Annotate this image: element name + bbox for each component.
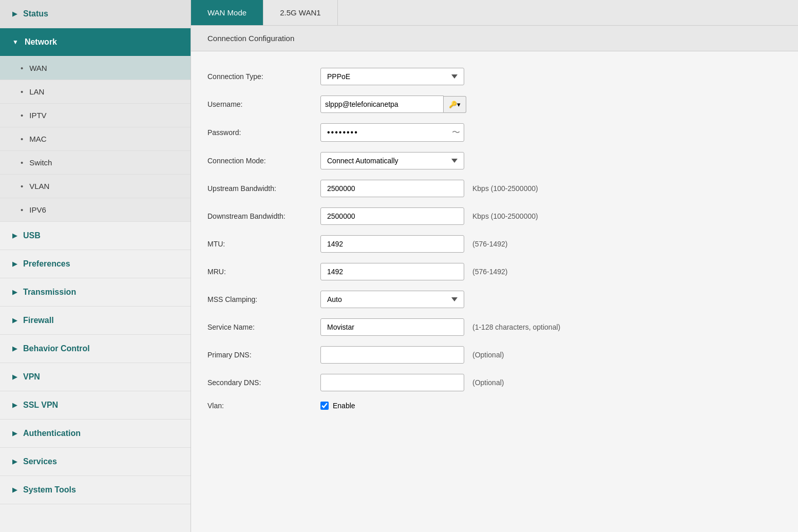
sidebar-item-firewall[interactable]: ▶ Firewall [0,307,191,335]
sidebar-sub-label: MAC [29,135,46,143]
secondary-dns-row: Secondary DNS: (Optional) [207,374,782,391]
tab-wan-mode[interactable]: WAN Mode [191,0,263,25]
mss-clamping-select[interactable]: Auto Manual [320,291,464,308]
upstream-bandwidth-control: 2500000 Kbps (100-2500000) [320,180,538,197]
sidebar-item-ipv6[interactable]: • IPV6 [0,198,191,222]
sidebar-item-label: Services [23,457,57,466]
primary-dns-row: Primary DNS: (Optional) [207,346,782,364]
upstream-bandwidth-input[interactable]: 2500000 [320,180,464,197]
sidebar-sub-label: Switch [29,158,52,167]
connection-type-label: Connection Type: [207,72,320,81]
bullet-icon: • [21,64,23,72]
mtu-label: MTU: [207,240,320,248]
chevron-right-icon: ▶ [12,458,17,465]
service-name-row: Service Name: Movistar (1-128 characters… [207,318,782,336]
chevron-right-icon: ▶ [12,345,17,352]
upstream-bandwidth-label: Upstream Bandwidth: [207,184,320,193]
connection-type-row: Connection Type: PPPoE DHCP Static IP L2… [207,68,782,85]
sidebar-item-label: Status [23,9,48,18]
sidebar-item-usb[interactable]: ▶ USB [0,222,191,250]
sidebar-item-vlan[interactable]: • VLAN [0,175,191,198]
sidebar-item-label: Preferences [23,259,70,269]
service-name-input[interactable]: Movistar [320,318,464,336]
sidebar-item-vpn[interactable]: ▶ VPN [0,363,191,391]
vlan-checkbox-label[interactable]: Enable [320,402,355,410]
tab-bar: WAN Mode 2.5G WAN1 [191,0,798,26]
mtu-control: 1492 (576-1492) [320,235,508,253]
password-wrapper: 〜 [320,123,464,142]
mtu-input[interactable]: 1492 [320,235,464,253]
connection-mode-label: Connection Mode: [207,157,320,165]
password-toggle-icon[interactable]: 〜 [452,127,460,138]
key-icon: 🔑▾ [449,101,461,108]
primary-dns-label: Primary DNS: [207,351,320,359]
chevron-right-icon: ▶ [12,10,17,17]
sidebar-item-status[interactable]: ▶ Status [0,0,191,28]
section-title: Connection Configuration [207,34,294,43]
tab-wan1[interactable]: 2.5G WAN1 [263,0,337,25]
sidebar-sub-label: IPTV [29,111,46,120]
sidebar-item-switch[interactable]: • Switch [0,151,191,175]
chevron-right-icon: ▶ [12,402,17,409]
sidebar-sub-label: VLAN [29,182,49,191]
sidebar-item-network[interactable]: ▼ Network [0,28,191,56]
sidebar-sub-label: IPV6 [29,205,46,214]
service-name-hint: (1-128 characters, optional) [472,323,560,331]
username-control: 🔑▾ [320,96,466,113]
sidebar-sub-label: WAN [29,64,47,72]
mtu-hint: (576-1492) [472,240,508,248]
sidebar-item-authentication[interactable]: ▶ Authentication [0,420,191,448]
secondary-dns-input[interactable] [320,374,464,391]
password-input[interactable] [320,123,464,142]
bullet-icon: • [21,111,23,120]
primary-dns-hint: (Optional) [472,351,504,359]
downstream-bandwidth-row: Downstream Bandwidth: 2500000 Kbps (100-… [207,207,782,225]
secondary-dns-hint: (Optional) [472,378,504,387]
sidebar-item-mac[interactable]: • MAC [0,127,191,151]
vlan-enable-text: Enable [333,402,355,410]
downstream-bandwidth-label: Downstream Bandwidth: [207,212,320,220]
mss-clamping-row: MSS Clamping: Auto Manual [207,291,782,308]
username-key-button[interactable]: 🔑▾ [444,96,466,113]
username-input[interactable] [320,96,444,113]
sidebar-item-label: Firewall [23,316,54,325]
username-row: Username: 🔑▾ [207,96,782,113]
chevron-right-icon: ▶ [12,260,17,268]
mru-control: 1492 (576-1492) [320,263,508,280]
primary-dns-input[interactable] [320,346,464,364]
downstream-bandwidth-input[interactable]: 2500000 [320,207,464,225]
sidebar-item-lan[interactable]: • LAN [0,80,191,104]
service-name-label: Service Name: [207,323,320,331]
sidebar-item-ssl-vpn[interactable]: ▶ SSL VPN [0,391,191,420]
sidebar-item-iptv[interactable]: • IPTV [0,104,191,127]
sidebar-item-label: Authentication [23,429,81,438]
chevron-right-icon: ▶ [12,486,17,493]
mru-input[interactable]: 1492 [320,263,464,280]
vlan-control: Enable [320,402,355,410]
connection-mode-select[interactable]: Connect Automatically Connect on Demand … [320,152,464,169]
bullet-icon: • [21,158,23,167]
vlan-checkbox[interactable] [320,402,329,410]
vlan-label: Vlan: [207,402,320,410]
mss-clamping-control: Auto Manual [320,291,464,308]
password-row: Password: 〜 [207,123,782,142]
chevron-right-icon: ▶ [12,373,17,381]
bullet-icon: • [21,182,23,191]
sidebar-item-label: VPN [23,372,40,382]
chevron-down-icon: ▼ [12,39,18,46]
sidebar-item-services[interactable]: ▶ Services [0,448,191,476]
sidebar: ▶ Status ▼ Network • WAN • LAN • IPTV • … [0,0,191,532]
sidebar-item-transmission[interactable]: ▶ Transmission [0,278,191,307]
mss-clamping-label: MSS Clamping: [207,295,320,303]
sidebar-item-label: System Tools [23,485,76,495]
sidebar-item-wan[interactable]: • WAN [0,56,191,80]
main-content: WAN Mode 2.5G WAN1 Connection Configurat… [191,0,798,532]
sidebar-sub-label: LAN [29,87,44,96]
password-control: 〜 [320,123,464,142]
sidebar-item-preferences[interactable]: ▶ Preferences [0,250,191,278]
mru-hint: (576-1492) [472,268,508,276]
sidebar-item-system-tools[interactable]: ▶ System Tools [0,476,191,504]
connection-mode-control: Connect Automatically Connect on Demand … [320,152,464,169]
connection-type-select[interactable]: PPPoE DHCP Static IP L2TP PPTP [320,68,464,85]
sidebar-item-behavior-control[interactable]: ▶ Behavior Control [0,335,191,363]
